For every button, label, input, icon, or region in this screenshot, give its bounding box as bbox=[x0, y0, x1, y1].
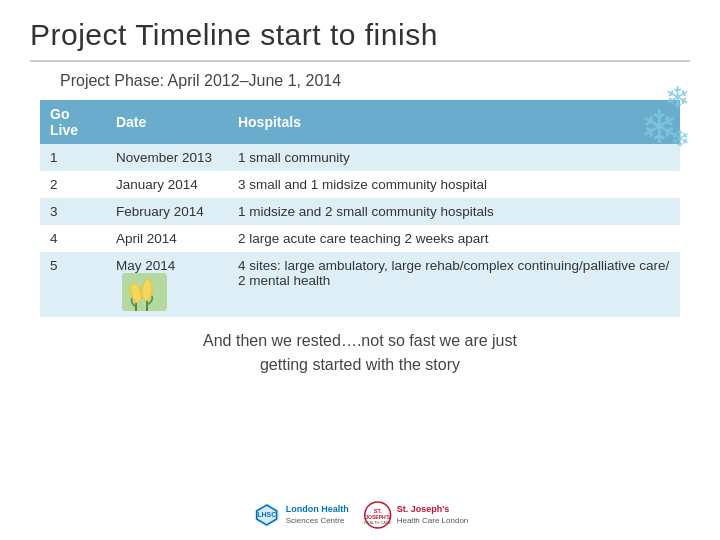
go-live-3: 3 bbox=[40, 198, 106, 225]
date-5: May 2014 bbox=[106, 252, 228, 317]
snowflake-medium-icon: ❄ bbox=[665, 80, 690, 115]
page-title: Project Timeline start to finish bbox=[30, 18, 690, 52]
go-live-1: 1 bbox=[40, 144, 106, 171]
page: Project Timeline start to finish ❄ ❄ ❄ P… bbox=[0, 0, 720, 540]
sjhc-logo-icon: ST. JOSEPH'S HEALTH CARE bbox=[363, 500, 393, 530]
table-row: 3 February 2014 1 midsize and 2 small co… bbox=[40, 198, 680, 225]
date-1: November 2013 bbox=[106, 144, 228, 171]
col-date: Date bbox=[106, 100, 228, 144]
table-row: 5 May 2014 bbox=[40, 252, 680, 317]
hospitals-5: 4 sites: large ambulatory, large rehab/c… bbox=[228, 252, 680, 317]
table-row: 4 April 2014 2 large acute care teaching… bbox=[40, 225, 680, 252]
go-live-2: 2 bbox=[40, 171, 106, 198]
logos-section: LHSC London Health Sciences Centre ST. J… bbox=[252, 500, 469, 530]
date-3: February 2014 bbox=[106, 198, 228, 225]
project-phase-subtitle: Project Phase: April 2012–June 1, 2014 bbox=[60, 72, 690, 90]
sjhc-logo-text: St. Joseph's Health Care London bbox=[397, 504, 469, 526]
snowflakes-decoration: ❄ ❄ ❄ bbox=[610, 80, 700, 170]
lhsc-logo-icon: LHSC bbox=[252, 500, 282, 530]
flower-decoration-icon bbox=[122, 273, 167, 311]
timeline-table-wrap: Go Live Date Hospitals 1 November 2013 1… bbox=[40, 100, 680, 317]
table-row: 1 November 2013 1 small community bbox=[40, 144, 680, 171]
table-header-row: Go Live Date Hospitals bbox=[40, 100, 680, 144]
date-2: January 2014 bbox=[106, 171, 228, 198]
divider bbox=[30, 60, 690, 62]
svg-text:HEALTH CARE: HEALTH CARE bbox=[364, 520, 392, 525]
lhsc-logo: LHSC London Health Sciences Centre bbox=[252, 500, 349, 530]
snowflake-small-icon: ❄ bbox=[670, 125, 690, 153]
lhsc-logo-text: London Health Sciences Centre bbox=[286, 504, 349, 526]
go-live-4: 4 bbox=[40, 225, 106, 252]
col-go-live: Go Live bbox=[40, 100, 106, 144]
go-live-5: 5 bbox=[40, 252, 106, 317]
sjhc-logo: ST. JOSEPH'S HEALTH CARE St. Joseph's He… bbox=[363, 500, 469, 530]
table-row: 2 January 2014 3 small and 1 midsize com… bbox=[40, 171, 680, 198]
footer-text: And then we rested….not so fast we are j… bbox=[30, 329, 690, 377]
hospitals-3: 1 midsize and 2 small community hospital… bbox=[228, 198, 680, 225]
hospitals-4: 2 large acute care teaching 2 weeks apar… bbox=[228, 225, 680, 252]
svg-text:LHSC: LHSC bbox=[257, 511, 276, 518]
timeline-table: Go Live Date Hospitals 1 November 2013 1… bbox=[40, 100, 680, 317]
hospitals-2: 3 small and 1 midsize community hospital bbox=[228, 171, 680, 198]
date-4: April 2014 bbox=[106, 225, 228, 252]
